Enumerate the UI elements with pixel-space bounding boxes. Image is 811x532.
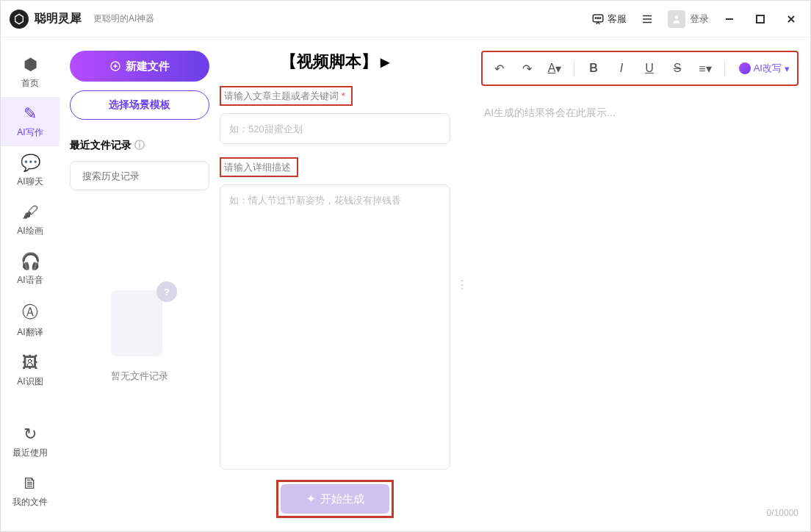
sidebar-item-files[interactable]: 🗎我的文件: [1, 467, 60, 516]
chat-bubble-icon: [591, 12, 605, 26]
editor-toolbar: ↶ ↷ A▾ B I U S ≡▾ AI改写 ▾: [481, 51, 799, 86]
svg-point-1: [595, 17, 596, 18]
sidebar: ⬢首页 ✎AI写作 💬AI聊天 🖌AI绘画 🎧AI语音 ⒶAI翻译 🖼AI识图 …: [1, 37, 60, 531]
support-label: 客服: [608, 12, 627, 26]
align-button[interactable]: ≡▾: [696, 60, 714, 77]
search-input[interactable]: [82, 170, 206, 181]
chat-icon: 💬: [21, 154, 40, 173]
translate-icon: Ⓐ: [22, 301, 38, 323]
generate-button[interactable]: ✦ 开始生成: [281, 484, 389, 514]
output-area[interactable]: AI生成的结果将会在此展示...: [481, 104, 799, 503]
app-subtitle: 更聪明的AI神器: [93, 12, 154, 25]
file-icon: 🗎: [22, 474, 38, 493]
template-button[interactable]: 选择场景模板: [70, 90, 209, 120]
svg-point-2: [597, 17, 599, 18]
output-panel: ↶ ↷ A▾ B I U S ≡▾ AI改写 ▾ AI生成的结果将会在此展示..…: [469, 37, 810, 531]
topic-input[interactable]: [220, 113, 450, 144]
search-box[interactable]: [70, 161, 209, 190]
ai-icon: [739, 62, 751, 74]
empty-label: 暂无文件记录: [111, 370, 168, 383]
play-icon: ▶: [381, 55, 389, 69]
app-title: 聪明灵犀: [35, 11, 82, 26]
close-button[interactable]: [781, 9, 801, 29]
svg-point-4: [675, 15, 679, 19]
drag-handle[interactable]: ⋮: [455, 37, 469, 531]
sidebar-item-audio[interactable]: 🎧AI语音: [1, 245, 60, 294]
undo-button[interactable]: ↶: [490, 60, 508, 77]
sidebar-item-image[interactable]: 🖼AI识图: [1, 346, 60, 395]
plus-circle-icon: [109, 60, 121, 72]
brush-icon: 🖌: [22, 203, 38, 222]
help-icon[interactable]: ⓘ: [134, 139, 145, 152]
font-color-button[interactable]: A▾: [546, 60, 563, 77]
sidebar-item-translate[interactable]: ⒶAI翻译: [1, 294, 60, 346]
topic-label: 请输入文章主题或者关键词 *: [220, 86, 353, 106]
headphone-icon: 🎧: [21, 252, 40, 271]
support-button[interactable]: 客服: [591, 12, 627, 26]
char-counter: 0/10000: [481, 508, 799, 518]
app-logo: 聪明灵犀 更聪明的AI神器: [10, 10, 154, 29]
minimize-button[interactable]: [719, 9, 740, 29]
strike-button[interactable]: S: [668, 60, 686, 77]
home-icon: ⬢: [24, 55, 37, 74]
login-label: 登录: [690, 12, 709, 26]
detail-input[interactable]: [220, 184, 450, 470]
login-button[interactable]: 登录: [668, 10, 709, 28]
new-file-button[interactable]: 新建文件: [70, 51, 209, 82]
file-panel: 新建文件 选择场景模板 最近文件记录 ⓘ ? 暂无文件记录: [60, 37, 220, 531]
panel-title[interactable]: 【视频脚本】 ▶: [220, 51, 450, 73]
clock-icon: ↻: [24, 425, 37, 444]
empty-illustration: ?: [107, 286, 173, 359]
avatar-icon: [668, 10, 685, 28]
ai-rewrite-button[interactable]: AI改写 ▾: [739, 62, 790, 75]
sidebar-item-recent[interactable]: ↻最近使用: [1, 417, 60, 467]
logo-icon: [10, 10, 29, 29]
menu-button[interactable]: [637, 9, 657, 29]
sidebar-item-chat[interactable]: 💬AI聊天: [1, 146, 60, 195]
italic-button[interactable]: I: [613, 60, 630, 77]
recent-header: 最近文件记录 ⓘ: [70, 139, 209, 152]
maximize-button[interactable]: [750, 9, 771, 29]
sidebar-item-home[interactable]: ⬢首页: [1, 48, 60, 97]
input-panel: 【视频脚本】 ▶ 请输入文章主题或者关键词 * 请输入详细描述 ✦ 开始生成: [220, 37, 455, 531]
redo-button[interactable]: ↷: [518, 60, 536, 77]
sidebar-item-writing[interactable]: ✎AI写作: [1, 97, 60, 146]
svg-point-3: [599, 17, 601, 18]
pen-icon: ✎: [24, 104, 37, 123]
svg-rect-5: [757, 15, 764, 23]
sidebar-item-paint[interactable]: 🖌AI绘画: [1, 195, 60, 245]
chevron-down-icon: ▾: [785, 63, 790, 74]
underline-button[interactable]: U: [641, 60, 658, 77]
bold-button[interactable]: B: [585, 60, 602, 77]
titlebar: 聪明灵犀 更聪明的AI神器 客服 登录: [1, 1, 810, 37]
detail-label: 请输入详细描述: [220, 157, 298, 177]
empty-state: ? 暂无文件记录: [70, 286, 209, 383]
sparkle-icon: ✦: [306, 492, 316, 506]
image-icon: 🖼: [22, 353, 38, 373]
